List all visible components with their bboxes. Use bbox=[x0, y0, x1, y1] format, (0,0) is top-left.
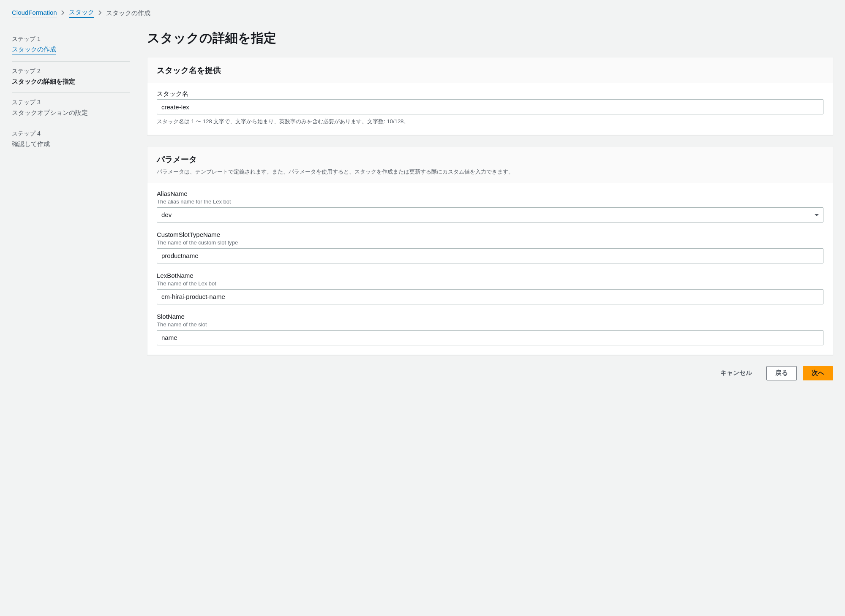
step-title: 確認して作成 bbox=[12, 140, 130, 148]
panel-description: パラメータは、テンプレートで定義されます。また、パラメータを使用すると、スタック… bbox=[157, 168, 823, 176]
panel-header: スタック名を提供 bbox=[147, 57, 833, 83]
field-sublabel: The name of the slot bbox=[157, 321, 823, 328]
breadcrumb-stacks[interactable]: スタック bbox=[69, 8, 94, 18]
panel-header: パラメータ パラメータは、テンプレートで定義されます。また、パラメータを使用する… bbox=[147, 147, 833, 183]
slotname-input[interactable] bbox=[157, 330, 823, 345]
breadcrumb: CloudFormation スタック スタックの作成 bbox=[12, 8, 833, 18]
param-slotname-field: SlotName The name of the slot bbox=[157, 313, 823, 345]
back-button[interactable]: 戻る bbox=[766, 366, 797, 380]
field-sublabel: The name of the custom slot type bbox=[157, 239, 823, 246]
field-label: CustomSlotTypeName bbox=[157, 231, 823, 238]
field-sublabel: The alias name for the Lex bot bbox=[157, 198, 823, 205]
field-sublabel: The name of the Lex bot bbox=[157, 280, 823, 287]
breadcrumb-current: スタックの作成 bbox=[106, 9, 150, 17]
step-number: ステップ 1 bbox=[12, 35, 130, 43]
breadcrumb-cloudformation[interactable]: CloudFormation bbox=[12, 9, 57, 17]
cancel-button[interactable]: キャンセル bbox=[712, 366, 760, 380]
param-customslottypename-field: CustomSlotTypeName The name of the custo… bbox=[157, 231, 823, 263]
next-button[interactable]: 次へ bbox=[803, 366, 833, 380]
page-title: スタックの詳細を指定 bbox=[147, 30, 833, 47]
lexbotname-input[interactable] bbox=[157, 289, 823, 304]
step-title: スタックオプションの設定 bbox=[12, 109, 130, 117]
stack-name-field: スタック名 スタック名は 1 〜 128 文字で、文字から始まり、英数字のみを含… bbox=[157, 90, 823, 125]
field-label: SlotName bbox=[157, 313, 823, 320]
step-title[interactable]: スタックの作成 bbox=[12, 46, 56, 54]
wizard-step-4: ステップ 4 確認して作成 bbox=[12, 124, 130, 155]
step-number: ステップ 4 bbox=[12, 130, 130, 138]
stack-name-input[interactable] bbox=[157, 99, 823, 114]
wizard-step-2: ステップ 2 スタックの詳細を指定 bbox=[12, 62, 130, 93]
field-label: AliasName bbox=[157, 190, 823, 197]
step-number: ステップ 3 bbox=[12, 99, 130, 106]
step-number: ステップ 2 bbox=[12, 68, 130, 75]
aliasname-select[interactable]: dev bbox=[157, 207, 823, 223]
wizard-actions: キャンセル 戻る 次へ bbox=[147, 366, 833, 380]
field-help: スタック名は 1 〜 128 文字で、文字から始まり、英数字のみを含む必要があり… bbox=[157, 118, 823, 125]
chevron-right-icon bbox=[61, 10, 65, 16]
customslottypename-input[interactable] bbox=[157, 248, 823, 263]
panel-heading: スタック名を提供 bbox=[157, 65, 823, 76]
parameters-panel: パラメータ パラメータは、テンプレートで定義されます。また、パラメータを使用する… bbox=[147, 146, 833, 355]
step-title: スタックの詳細を指定 bbox=[12, 78, 130, 86]
field-label: LexBotName bbox=[157, 272, 823, 279]
field-label: スタック名 bbox=[157, 90, 823, 98]
stack-name-panel: スタック名を提供 スタック名 スタック名は 1 〜 128 文字で、文字から始ま… bbox=[147, 57, 833, 135]
main-content: スタックの詳細を指定 スタック名を提供 スタック名 スタック名は 1 〜 128… bbox=[147, 30, 833, 380]
wizard-step-3: ステップ 3 スタックオプションの設定 bbox=[12, 93, 130, 124]
wizard-steps: ステップ 1 スタックの作成 ステップ 2 スタックの詳細を指定 ステップ 3 … bbox=[12, 30, 130, 380]
param-lexbotname-field: LexBotName The name of the Lex bot bbox=[157, 272, 823, 304]
wizard-step-1[interactable]: ステップ 1 スタックの作成 bbox=[12, 30, 130, 62]
chevron-right-icon bbox=[98, 10, 102, 16]
param-aliasname-field: AliasName The alias name for the Lex bot… bbox=[157, 190, 823, 223]
panel-heading: パラメータ bbox=[157, 154, 823, 165]
